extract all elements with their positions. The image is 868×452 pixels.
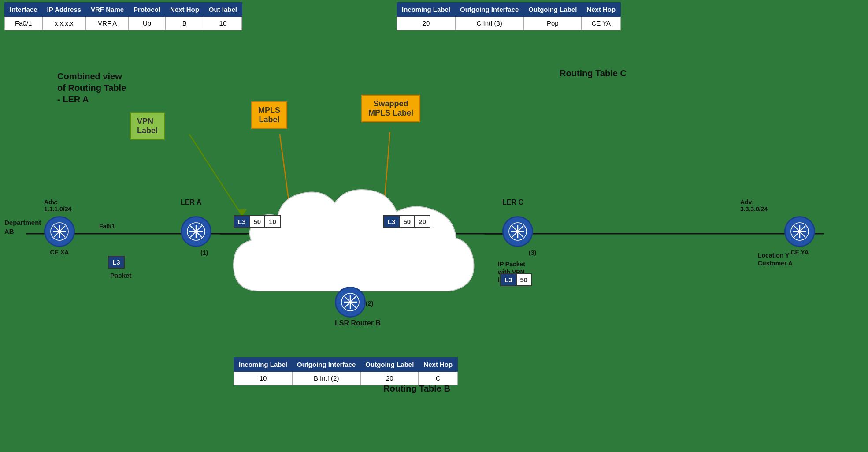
cell-outgoing-label: Pop bbox=[523, 16, 582, 30]
routing-table-b-label: Routing Table B bbox=[383, 384, 450, 394]
cell-protocol: Up bbox=[129, 16, 165, 30]
mpls-label-text: MPLSLabel bbox=[258, 106, 280, 124]
col-header-outlabel: Out label bbox=[204, 3, 242, 16]
router-ler-a bbox=[181, 216, 211, 247]
l3-packet-ler-c: L3 50 20 bbox=[383, 215, 430, 228]
col-header-nexthop: Next Hop bbox=[419, 358, 457, 371]
router-lsr-b: LSR Router B bbox=[335, 287, 381, 327]
adv-2-label: Adv: 3.3.3.0/24 bbox=[740, 198, 768, 213]
cell-ip: x.x.x.x bbox=[42, 16, 86, 30]
cell-incoming: 20 bbox=[397, 16, 455, 30]
point-3-label: (3) bbox=[529, 249, 536, 256]
col-header-interface: Interface bbox=[5, 3, 42, 16]
col-header-outgoing-label: Outgoing Label bbox=[523, 3, 582, 16]
col-header-protocol: Protocol bbox=[129, 3, 165, 16]
routing-table-c: Incoming Label Outgoing Interface Outgoi… bbox=[397, 2, 621, 30]
swapped-mpls-text: SwappedMPLS Label bbox=[368, 99, 413, 117]
col-header-outgoing-intf: Outgoing Interface bbox=[292, 358, 360, 371]
cell-incoming: 10 bbox=[234, 371, 292, 385]
l3-packet-ler-a: L3 50 10 bbox=[234, 215, 281, 228]
point-2-label: (2) bbox=[366, 300, 373, 307]
routing-table-c-label: Routing Table C bbox=[560, 68, 627, 78]
fa01-label: Fa0/1 bbox=[99, 223, 115, 230]
cell-outlabel: 10 bbox=[204, 16, 242, 30]
col-header-nexthop: Next Hop bbox=[582, 3, 620, 16]
router-ce-xa: CE XA bbox=[44, 216, 75, 256]
adv-1-label: Adv: 1.1.1.0/24 bbox=[44, 198, 71, 213]
col-header-outgoing-label: Outgoing Label bbox=[360, 358, 419, 371]
cell-vrf: VRF A bbox=[86, 16, 129, 30]
col-header-outgoing-intf: Outgoing Interface bbox=[455, 3, 523, 16]
swapped-mpls-callout: SwappedMPLS Label bbox=[361, 95, 420, 122]
table-row: 20 C Intf (3) Pop CE YA bbox=[397, 16, 620, 30]
table-row: 10 B Intf (2) 20 C bbox=[234, 371, 457, 385]
l3-packet-ce-xa: L3 bbox=[108, 256, 125, 269]
location-y-label: Location Y Customer A bbox=[758, 251, 793, 267]
ler-a-label: LER A bbox=[181, 198, 201, 206]
table-a: Interface IP Address VRF Name Protocol N… bbox=[4, 2, 242, 30]
col-header-incoming: Incoming Label bbox=[234, 358, 292, 371]
ler-c-label: LER C bbox=[502, 198, 523, 206]
department-ab-label: Department AB bbox=[4, 218, 41, 235]
vpn-label-callout: VPNLabel bbox=[130, 112, 165, 140]
cell-nexthop: C bbox=[419, 371, 457, 385]
router-ler-c bbox=[502, 216, 533, 247]
cell-outgoing-intf: C Intf (3) bbox=[455, 16, 523, 30]
col-header-vrf: VRF Name bbox=[86, 3, 129, 16]
routing-table-a: Interface IP Address VRF Name Protocol N… bbox=[4, 2, 242, 30]
table-c: Incoming Label Outgoing Interface Outgoi… bbox=[397, 2, 621, 30]
table-b: Incoming Label Outgoing Interface Outgoi… bbox=[234, 357, 458, 385]
cell-interface: Fa0/1 bbox=[5, 16, 42, 30]
col-header-ip: IP Address bbox=[42, 3, 86, 16]
vpn-label-text: VPNLabel bbox=[137, 117, 158, 135]
lsr-b-label: LSR Router B bbox=[335, 319, 381, 327]
ce-xa-label: CE XA bbox=[44, 249, 75, 256]
mpls-label-callout: MPLSLabel bbox=[251, 101, 287, 129]
cell-outgoing-intf: B Intf (2) bbox=[292, 371, 360, 385]
col-header-nexthop: Next Hop bbox=[165, 3, 204, 16]
cell-nexthop: B bbox=[165, 16, 204, 30]
cell-nexthop: CE YA bbox=[582, 16, 620, 30]
combined-view-label: Combined view of Routing Table - LER A bbox=[57, 71, 126, 105]
l3-packet-vpn: L3 50 bbox=[500, 273, 532, 286]
table-row: Fa0/1 x.x.x.x VRF A Up B 10 bbox=[5, 16, 242, 30]
routing-table-b: Incoming Label Outgoing Interface Outgoi… bbox=[234, 357, 458, 385]
router-ce-ya: CE YA bbox=[784, 216, 815, 256]
cell-outgoing-label: 20 bbox=[360, 371, 419, 385]
col-header-incoming: Incoming Label bbox=[397, 3, 455, 16]
point-1-label: (1) bbox=[200, 249, 208, 256]
